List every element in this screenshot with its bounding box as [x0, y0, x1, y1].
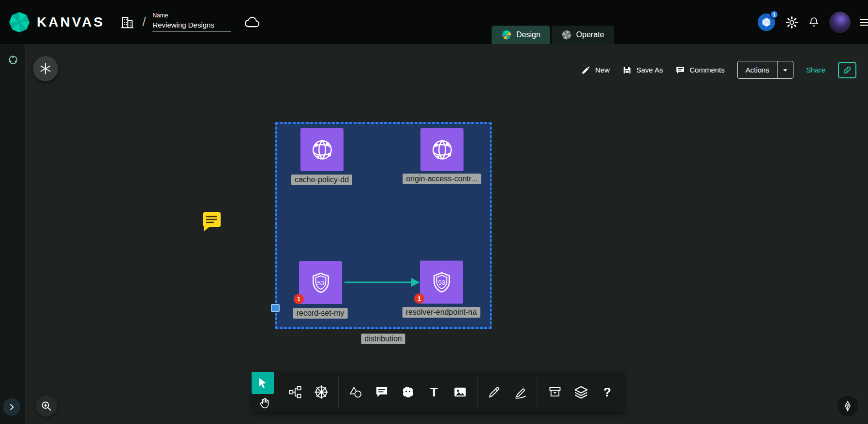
freehand-pen-tool-button[interactable] — [509, 381, 532, 403]
new-button[interactable]: New — [581, 65, 610, 75]
kanvas-logo-icon — [8, 11, 31, 34]
tab-operate[interactable]: Operate — [552, 26, 614, 44]
meshery-ring-icon — [7, 54, 19, 66]
chevron-down-icon — [782, 67, 789, 73]
cloud-icon — [244, 16, 261, 29]
comments-icon — [675, 65, 685, 75]
pencil-draw-icon — [488, 385, 501, 399]
help-tool-button[interactable]: ? — [596, 381, 618, 403]
app-name: KANVAS — [37, 15, 105, 30]
save-icon — [622, 65, 632, 75]
organize-tool-group: ? — [538, 372, 624, 412]
left-sidebar — [0, 44, 26, 424]
share-button[interactable]: Share — [806, 66, 825, 74]
comment-marker-button[interactable] — [201, 211, 222, 233]
canvas-action-bar: New Save As Comments Actions — [581, 61, 856, 79]
node-label[interactable]: record-set-my — [293, 308, 348, 319]
comment-tool-button[interactable] — [371, 381, 393, 403]
shapes-tool-button[interactable] — [344, 381, 367, 403]
flow-diagram-tool-button[interactable] — [284, 381, 306, 403]
avatar — [829, 12, 851, 33]
mode-tabs: Design Operate — [492, 26, 614, 44]
issue-count-badge[interactable]: 1 — [294, 294, 304, 304]
infra-tool-group — [278, 372, 338, 412]
breadcrumb-separator: / — [142, 15, 146, 29]
node-label[interactable]: origin-access-contr... — [403, 174, 481, 184]
design-name-input[interactable] — [152, 20, 231, 32]
network-globe-icon — [429, 137, 455, 163]
expand-sidebar-button[interactable] — [3, 398, 20, 416]
comment-bubble-icon — [201, 211, 222, 233]
copy-link-button[interactable] — [838, 62, 856, 78]
sparkle-asterisk-icon — [39, 62, 52, 75]
node-label[interactable]: resolver-endpoint-na — [403, 307, 480, 318]
new-button-label: New — [595, 66, 610, 74]
layers-tool-button[interactable] — [570, 381, 592, 403]
archive-drawer-icon — [548, 385, 562, 399]
layers-icon — [574, 385, 588, 399]
kanvas-logo[interactable]: KANVAS — [0, 11, 105, 34]
pen-nib-icon — [842, 400, 853, 412]
user-avatar[interactable] — [829, 12, 851, 33]
flow-diagram-icon — [288, 385, 302, 399]
select-tools-column — [252, 372, 278, 412]
node-record-set[interactable]: 53 — [299, 261, 342, 304]
organization-button[interactable] — [120, 15, 135, 29]
select-tool-button[interactable] — [252, 372, 274, 394]
helm-tool-button[interactable] — [310, 381, 332, 403]
magnifier-plus-icon — [41, 400, 52, 412]
operate-tab-label: Operate — [576, 30, 604, 39]
svg-text:53: 53 — [317, 279, 324, 287]
extensions-button[interactable]: 1 — [757, 13, 776, 31]
design-tab-icon — [501, 29, 512, 40]
gear-icon — [785, 16, 798, 29]
shapes-icon — [349, 385, 362, 399]
tab-design[interactable]: Design — [492, 26, 550, 44]
meshery-panel-button[interactable] — [7, 54, 19, 66]
node-resolver-endpoint[interactable]: 53 — [420, 261, 463, 304]
settings-button[interactable] — [785, 16, 798, 29]
pencil-icon — [581, 65, 591, 75]
actions-dropdown-toggle[interactable] — [777, 61, 793, 78]
notifications-button[interactable] — [808, 16, 820, 29]
design-name-field: Name — [152, 12, 231, 32]
actions-button-label[interactable]: Actions — [738, 66, 777, 74]
blob-shape-tool-button[interactable] — [397, 381, 419, 403]
design-tab-label: Design — [516, 30, 540, 39]
comments-button[interactable]: Comments — [675, 65, 725, 75]
bell-icon — [808, 16, 820, 29]
signature-pen-button[interactable] — [837, 395, 859, 417]
chevron-right-icon — [7, 402, 16, 412]
text-tool-button[interactable]: T — [423, 381, 445, 403]
save-as-button[interactable]: Save As — [622, 65, 663, 75]
comment-tool-icon — [375, 385, 389, 399]
cursor-arrow-icon — [257, 377, 269, 389]
group-resize-handle[interactable] — [271, 304, 280, 312]
svg-text:53: 53 — [438, 279, 445, 286]
help-icon: ? — [603, 385, 611, 400]
image-icon — [453, 385, 467, 399]
name-field-label: Name — [152, 12, 231, 19]
image-tool-button[interactable] — [449, 381, 471, 403]
shape-toolbar: T — [252, 372, 624, 412]
node-label[interactable]: cache-policy-dd — [291, 175, 352, 185]
hand-icon — [259, 397, 270, 409]
node-cache-policy[interactable] — [300, 128, 344, 171]
top-bar: KANVAS / Name — [0, 0, 868, 44]
route53-shield-icon: 53 — [309, 271, 333, 295]
node-origin-access[interactable] — [420, 128, 464, 171]
network-globe-icon — [309, 137, 335, 163]
group-label[interactable]: distribution — [361, 334, 405, 344]
comments-button-label: Comments — [689, 66, 725, 74]
sync-status-button[interactable] — [244, 16, 261, 29]
zoom-in-button[interactable] — [36, 395, 57, 417]
ai-assistant-button[interactable] — [33, 56, 58, 81]
issue-count-badge[interactable]: 1 — [414, 293, 424, 304]
text-tool-icon: T — [430, 385, 438, 400]
archive-tool-button[interactable] — [544, 381, 566, 403]
menu-button[interactable] — [860, 19, 868, 26]
actions-split-button[interactable]: Actions — [737, 61, 793, 79]
pan-tool-button[interactable] — [252, 394, 278, 412]
pencil-tool-button[interactable] — [483, 381, 506, 403]
link-icon — [842, 65, 852, 75]
